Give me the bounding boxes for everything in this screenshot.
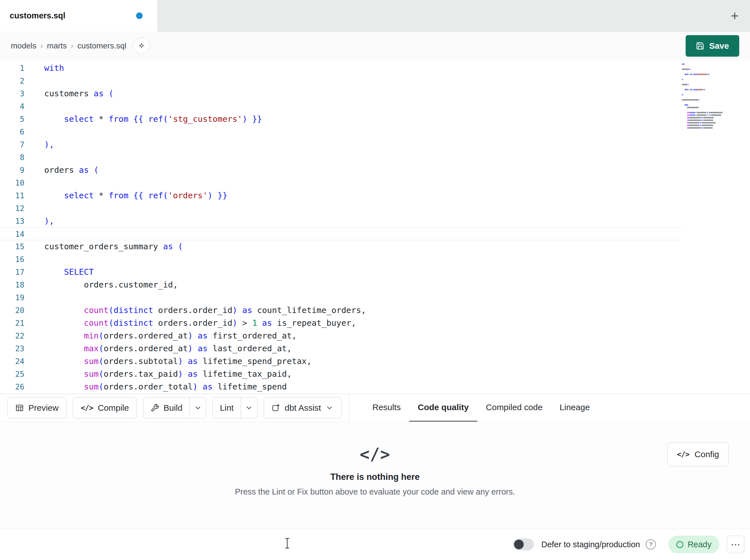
minimap-line	[682, 86, 726, 88]
code-line[interactable]: 14	[0, 227, 682, 240]
plus-icon: +	[731, 8, 739, 23]
compile-button[interactable]: </> Compile	[73, 397, 137, 418]
breadcrumb-item-marts[interactable]: marts	[47, 41, 67, 50]
save-icon	[696, 42, 704, 50]
code-line[interactable]: 7),	[0, 138, 682, 151]
code-line[interactable]: 17 SELECT	[0, 266, 682, 278]
line-number: 5	[0, 113, 24, 125]
lint-button[interactable]: Lint	[213, 398, 240, 418]
breadcrumb-item-customers-sql[interactable]: customers.sql	[77, 41, 126, 50]
minimap-line	[682, 68, 726, 70]
build-button[interactable]: Build	[143, 398, 190, 418]
dbt-ide-window: customers.sql + models›marts›customers.s…	[0, 0, 750, 560]
tab-customers-sql[interactable]: customers.sql	[0, 0, 158, 32]
code-line[interactable]: 2	[0, 75, 682, 87]
lint-split-button: Lint	[212, 397, 257, 418]
minimap-line	[682, 73, 726, 76]
code-line[interactable]: 5 select * from {{ ref('stg_customers') …	[0, 113, 682, 125]
code-line[interactable]: 18 orders.customer_id,	[0, 278, 682, 291]
defer-label: Defer to staging/production	[541, 540, 640, 549]
line-number: 16	[0, 253, 24, 266]
code-line[interactable]: 24 sum(orders.subtotal) as lifetime_spen…	[0, 355, 682, 368]
breadcrumb-separator: ›	[71, 41, 74, 50]
result-tab-results[interactable]: Results	[364, 394, 409, 422]
config-button[interactable]: </> Config	[668, 442, 728, 466]
minimap[interactable]	[682, 63, 726, 129]
line-number: 17	[0, 266, 24, 278]
new-tab-button[interactable]: +	[728, 8, 742, 24]
code-lines: 1with23customers as (45 select * from {{…	[0, 62, 682, 393]
code-line-text	[24, 177, 44, 189]
code-line-text: customer_orders_summary as (	[24, 240, 183, 253]
toggle-knob	[514, 540, 524, 549]
code-icon: </>	[162, 445, 588, 464]
result-tab-code-quality[interactable]: Code quality	[409, 394, 477, 422]
mouse-text-cursor	[284, 538, 290, 549]
code-line-text	[24, 100, 44, 113]
compile-label: Compile	[98, 403, 129, 413]
result-tab-compiled-code[interactable]: Compiled code	[477, 394, 551, 422]
preview-button[interactable]: Preview	[7, 397, 67, 418]
code-line-text: ),	[24, 138, 54, 151]
result-tab-lineage[interactable]: Lineage	[551, 394, 598, 422]
code-line[interactable]: 22 min(orders.ordered_at) as first_order…	[0, 329, 682, 342]
code-line[interactable]: 16	[0, 253, 682, 266]
code-icon: </>	[81, 403, 93, 412]
code-line[interactable]: 19	[0, 291, 682, 304]
code-line[interactable]: 8	[0, 151, 682, 164]
action-toolbar: Preview </> Compile Build Lint	[0, 394, 750, 422]
code-line-text: max(orders.ordered_at) as last_ordered_a…	[24, 342, 292, 355]
minimap-line	[682, 81, 726, 83]
minimap-line	[682, 76, 726, 78]
minimap-line	[682, 94, 726, 96]
line-number: 18	[0, 278, 24, 291]
code-line[interactable]: 25 sum(orders.tax_paid) as lifetime_tax_…	[0, 368, 682, 380]
line-number: 8	[0, 151, 24, 164]
minimap-line	[682, 104, 726, 106]
defer-toggle[interactable]	[513, 538, 534, 551]
minimap-line	[682, 109, 726, 111]
line-number: 20	[0, 304, 24, 317]
code-line[interactable]: 20 count(distinct orders.order_id) as co…	[0, 304, 682, 317]
dbt-assist-button[interactable]: dbt Assist	[264, 397, 341, 418]
lint-dropdown-button[interactable]	[241, 398, 257, 418]
result-tabs: ResultsCode qualityCompiled codeLineage	[364, 394, 598, 422]
minimap-line	[682, 111, 726, 114]
breadcrumb-item-models[interactable]: models	[11, 41, 36, 50]
code-line-text: SELECT	[24, 266, 94, 278]
code-line[interactable]: 12	[0, 202, 682, 215]
line-number: 13	[0, 215, 24, 227]
code-line[interactable]: 15customer_orders_summary as (	[0, 240, 682, 253]
code-line[interactable]: 10	[0, 177, 682, 189]
code-line-text: customers as (	[24, 87, 114, 100]
help-icon[interactable]: ?	[646, 539, 656, 549]
code-line[interactable]: 6	[0, 125, 682, 138]
code-line[interactable]: 26 sum(orders.order_total) as lifetime_s…	[0, 380, 682, 393]
config-label: Config	[694, 450, 719, 459]
code-line[interactable]: 11 select * from {{ ref('orders') }}	[0, 189, 682, 202]
code-editor[interactable]: 1with23customers as (45 select * from {{…	[0, 60, 750, 394]
code-line-text: count(distinct orders.order_id) as count…	[24, 304, 366, 317]
code-line[interactable]: 1with	[0, 62, 682, 75]
code-line[interactable]: 4	[0, 100, 682, 113]
code-line-text: min(orders.ordered_at) as first_ordered_…	[24, 329, 297, 342]
line-number: 22	[0, 329, 24, 342]
overflow-menu-button[interactable]: ⋯	[727, 536, 744, 553]
line-number: 23	[0, 342, 24, 355]
code-line[interactable]: 3customers as (	[0, 87, 682, 100]
save-button-label: Save	[709, 41, 729, 51]
line-number: 10	[0, 177, 24, 189]
code-line[interactable]: 23 max(orders.ordered_at) as last_ordere…	[0, 342, 682, 355]
code-line-text	[24, 151, 44, 164]
code-line-text: ),	[24, 215, 54, 227]
code-line-text	[24, 253, 44, 266]
code-line[interactable]: 9orders as (	[0, 164, 682, 177]
breadcrumb: models›marts›customers.sql	[11, 41, 126, 50]
minimap-line	[682, 65, 726, 68]
code-line[interactable]: 21 count(distinct orders.order_id) > 1 a…	[0, 317, 682, 329]
build-dropdown-button[interactable]	[190, 398, 206, 418]
code-line[interactable]: 13),	[0, 215, 682, 227]
save-button[interactable]: Save	[686, 35, 739, 57]
copilot-icon-button[interactable]	[133, 38, 150, 54]
line-number: 12	[0, 202, 24, 215]
